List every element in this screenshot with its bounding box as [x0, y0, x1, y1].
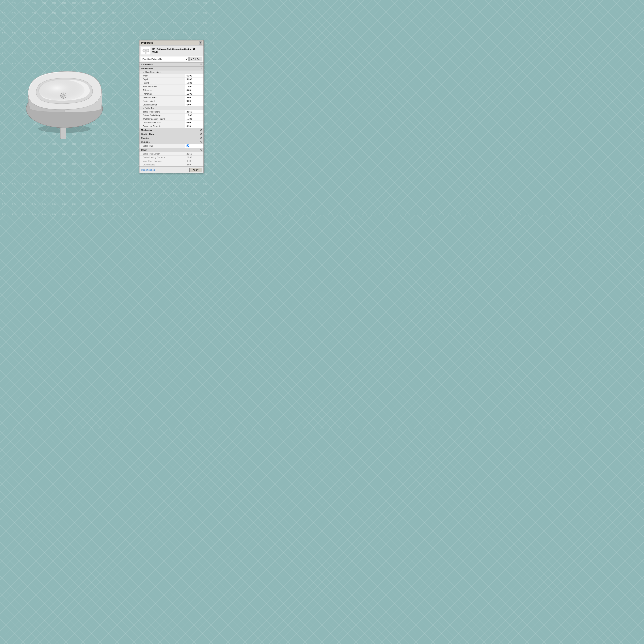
- phasing-section-header[interactable]: Phasing ⮃: [139, 136, 203, 140]
- watermark-rd: RD: [62, 12, 66, 15]
- bottle-trap-subsection[interactable]: ▶ Bottle Trap: [139, 106, 203, 110]
- watermark-rd: RD: [142, 22, 147, 25]
- watermark-rd: RD: [62, 32, 66, 35]
- prop-value-width[interactable]: 60.00: [185, 74, 203, 77]
- watermark-rd: RD: [213, 52, 215, 55]
- prop-value-wall-connection-height[interactable]: 15.00: [185, 117, 203, 121]
- watermark-rd: RD: [203, 2, 207, 5]
- prop-value-depth[interactable]: 51.00: [185, 77, 203, 81]
- prop-value-height[interactable]: 12.00: [185, 81, 203, 85]
- watermark-rd: RD: [62, 213, 66, 215]
- main-dimensions-subsection[interactable]: ▶ Main Dimensions: [139, 70, 203, 74]
- prop-value-thickness[interactable]: 0.80: [185, 88, 203, 92]
- prop-value-base-thickness[interactable]: 3.00: [185, 96, 203, 99]
- edit-type-label: Edit Type: [193, 58, 201, 60]
- instance-dropdown[interactable]: Plumbing Fixtures (1): [141, 57, 189, 61]
- prop-label-bottle-trap-length: Bottle Trap Length: [139, 152, 185, 155]
- watermark-rd: RD: [153, 2, 157, 5]
- watermark-rd: RD: [132, 132, 137, 135]
- table-row: Bottle Trap: [139, 144, 203, 148]
- prop-value-bottle-trap-length: 25.50: [185, 152, 203, 155]
- prop-value-bottle-trap-height[interactable]: 25.50: [185, 110, 203, 113]
- prop-label-drain-diameter: Drain Diameter: [139, 103, 185, 106]
- watermark-rd: RD: [42, 203, 46, 206]
- watermark-rd: RD: [112, 173, 117, 176]
- prop-value-distance-from-wall[interactable]: 0.00: [185, 121, 203, 124]
- prop-label-depth: Depth: [139, 77, 185, 81]
- watermark-rd: RD: [183, 213, 187, 215]
- bottle-trap-checkbox[interactable]: [187, 144, 189, 147]
- watermark-rd: RD: [132, 62, 137, 65]
- table-row: Bottle Trap Height 25.50: [139, 110, 203, 114]
- watermark-rd: RD: [2, 2, 6, 5]
- watermark-rd: RD: [12, 163, 16, 166]
- prop-value-bottom-body-height[interactable]: 15.00: [185, 114, 203, 117]
- watermark-rd: RD: [132, 32, 137, 35]
- watermark-rd: RD: [153, 32, 157, 35]
- prop-value-basin-height[interactable]: 9.00: [185, 99, 203, 103]
- phasing-collapse-icon: ⮃: [200, 137, 202, 139]
- watermark-rd: RD: [102, 193, 106, 196]
- watermark-rd: RD: [2, 62, 6, 65]
- prop-value-back-thickness[interactable]: 12.00: [185, 85, 203, 88]
- dimensions-section-header[interactable]: Dimensions ⮁: [139, 66, 203, 70]
- prop-label-connector-diameter: Connector Diameter: [139, 124, 185, 128]
- watermark-rd: RD: [32, 22, 36, 25]
- table-row: Connector Diameter 3.20: [139, 124, 203, 128]
- watermark-rd: RD: [92, 173, 96, 176]
- watermark-rd: RD: [132, 183, 137, 186]
- table-row: Bottle Trap Length 25.50: [139, 152, 203, 156]
- table-row: Basin Height 9.00: [139, 99, 203, 103]
- properties-panel: Properties × RD_Bathroom Sink Countertop…: [139, 40, 204, 173]
- watermark-rd: RD: [183, 12, 187, 15]
- prop-label-bottle-trap-visibility: Bottle Trap: [139, 144, 185, 148]
- watermark-rd: RD: [2, 82, 6, 85]
- close-button[interactable]: ×: [199, 41, 202, 44]
- phasing-label: Phasing: [141, 137, 149, 139]
- watermark-rd: RD: [193, 2, 197, 5]
- watermark-rd: RD: [92, 22, 96, 25]
- watermark-rd: RD: [163, 22, 167, 25]
- sink-illustration: [12, 40, 129, 157]
- watermark-rd: RD: [52, 22, 56, 25]
- watermark-rd: RD: [122, 213, 127, 215]
- watermark-rd: RD: [163, 32, 167, 35]
- mechanical-section-header[interactable]: Mechanical ⮃: [139, 128, 203, 132]
- watermark-rd: RD: [142, 203, 147, 206]
- table-row: Depth 51.00: [139, 77, 203, 81]
- prop-label-width: Width: [139, 74, 185, 77]
- watermark-rd: RD: [52, 32, 56, 35]
- apply-button[interactable]: Apply: [189, 168, 202, 172]
- watermark-rd: RD: [163, 213, 167, 215]
- watermark-rd: RD: [2, 102, 6, 105]
- constraints-section-header[interactable]: Constraints ⮃: [139, 62, 203, 66]
- prop-value-front-cut[interactable]: 15.00: [185, 92, 203, 95]
- watermark-rd: RD: [132, 12, 137, 15]
- watermark-rd: RD: [213, 62, 215, 65]
- other-section-header[interactable]: Other ⮁: [139, 148, 203, 152]
- prop-label-bottle-trap-height: Bottle Trap Height: [139, 110, 185, 113]
- visibility-section-header[interactable]: Visibility ⮁: [139, 140, 203, 144]
- prop-value-drain-diameter[interactable]: 5.00: [185, 103, 203, 106]
- panel-header: RD_Bathroom Sink Countertop Custom 04 Wh…: [139, 45, 203, 56]
- prop-value-bottle-trap-checkbox[interactable]: [185, 144, 203, 148]
- properties-help-link[interactable]: Properties help: [141, 169, 155, 171]
- watermark-rd: RD: [193, 32, 197, 35]
- watermark-rd: RD: [203, 203, 207, 206]
- edit-type-button[interactable]: ⊞ Edit Type: [189, 57, 202, 61]
- watermark-rd: RD: [42, 163, 46, 166]
- watermark-rd: RD: [153, 203, 157, 206]
- watermark-rd: RD: [153, 12, 157, 15]
- identity-data-section-header[interactable]: Identity Data ⮃: [139, 132, 203, 136]
- table-row: Inner Drain Diameter 4.40: [139, 159, 203, 163]
- prop-label-inner-drain-diameter: Inner Drain Diameter: [139, 159, 185, 163]
- watermark-rd: RD: [163, 12, 167, 15]
- watermark-rd: RD: [52, 213, 56, 215]
- watermark-rd: RD: [173, 32, 177, 35]
- watermark-rd: RD: [82, 203, 86, 206]
- prop-value-connector-diameter[interactable]: 3.20: [185, 124, 203, 128]
- watermark-rd: RD: [132, 213, 137, 215]
- watermark-rd: RD: [12, 183, 16, 186]
- watermark-rd: RD: [173, 2, 177, 5]
- watermark-rd: RD: [22, 163, 26, 166]
